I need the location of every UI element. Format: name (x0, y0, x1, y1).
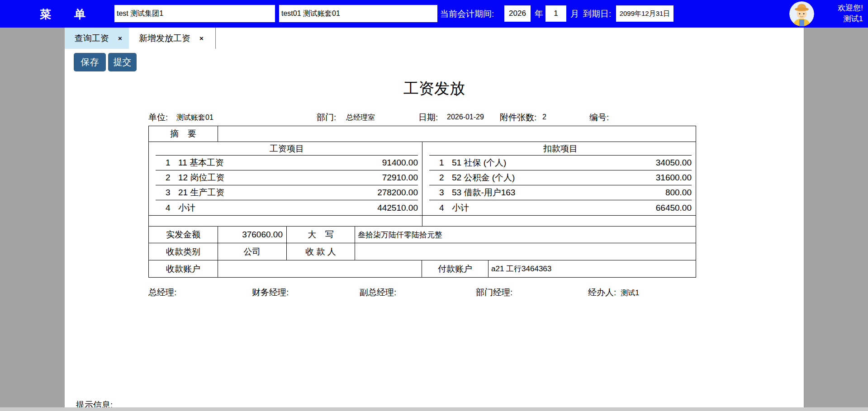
payee-account-value[interactable] (218, 260, 422, 277)
item-number: 4 (156, 203, 178, 213)
item-number: 1 (156, 158, 178, 168)
signature-label: 部门经理: (476, 287, 512, 298)
payroll-table: 摘 要 工资项目 扣款项目 1 11 基本工资 91400.00 2 12 岗位… (148, 126, 696, 278)
dept-label: 部门: (317, 112, 336, 123)
welcome-box: 欢迎您! 测试1 (820, 3, 863, 24)
amount-in-words-value: 叁拾柒万陆仟零陆拾元整 (355, 227, 696, 243)
username-text: 测试1 (820, 14, 863, 24)
payee-type-value[interactable]: 公司 (218, 243, 287, 260)
expiry-date-input[interactable] (616, 5, 674, 22)
item-name: 21 生产工资 (178, 187, 224, 198)
item-amount[interactable]: 800.00 (665, 188, 692, 198)
save-button[interactable]: 保存 (74, 53, 106, 71)
amount-in-words-label: 大 写 (287, 227, 355, 243)
attachment-count-value[interactable]: 2 (542, 113, 546, 121)
year-unit-label: 年 (535, 8, 543, 20)
horizontal-scrollbar[interactable] (0, 407, 868, 411)
spacer-cell (422, 216, 696, 226)
farmer-boy-avatar-icon (789, 1, 814, 26)
item-name: 52 公积金 (个人) (452, 172, 515, 184)
signature-slot: 部门经理: (476, 287, 588, 298)
summary-label-cell: 摘 要 (149, 126, 218, 142)
item-number: 3 (429, 188, 452, 198)
tab-new-salary-payment[interactable]: 新增发放工资 × (129, 28, 216, 49)
accounts-row: 收款账户 付款账户 a21 工行3464363 (149, 260, 696, 277)
item-amount[interactable]: 66450.00 (656, 203, 692, 213)
summary-row: 摘 要 (149, 126, 696, 142)
item-number: 1 (429, 158, 452, 168)
table-item-row[interactable]: 4 小计 442510.00 (156, 200, 418, 215)
salary-items: 1 11 基本工资 91400.00 2 12 岗位工资 72910.00 3 … (149, 156, 422, 215)
signature-slot: 财务经理: (252, 287, 360, 298)
item-name: 11 基本工资 (178, 157, 224, 169)
date-value[interactable]: 2026-01-29 (447, 113, 484, 121)
item-amount[interactable]: 31600.00 (656, 173, 692, 183)
net-amount-label: 实发金额 (149, 227, 218, 243)
signature-slot: 副总经理: (360, 287, 476, 298)
welcome-text: 欢迎您! (820, 3, 863, 14)
submit-button[interactable]: 提交 (108, 53, 137, 71)
column-headers-row: 工资项目 扣款项目 (149, 142, 696, 156)
table-item-row[interactable]: 1 11 基本工资 91400.00 (156, 156, 418, 170)
signature-label: 财务经理: (252, 287, 289, 298)
item-name: 51 社保 (个人) (452, 157, 506, 169)
payee-label: 收 款 人 (287, 243, 355, 260)
salary-header-text: 工资项目 (156, 142, 418, 156)
group-input[interactable] (114, 5, 275, 22)
tab-query-salary[interactable]: 查询工资 × (65, 28, 129, 49)
deduction-header-cell: 扣款项目 (422, 142, 696, 156)
period-month-input[interactable] (545, 5, 566, 22)
period-year-input[interactable] (504, 5, 531, 22)
item-amount[interactable]: 91400.00 (382, 158, 418, 168)
table-item-row[interactable]: 2 52 公积金 (个人) 31600.00 (429, 170, 692, 185)
table-item-row[interactable]: 3 53 借款-用户163 800.00 (429, 185, 692, 200)
item-name: 12 岗位工资 (178, 172, 224, 184)
expiry-label: 到期日: (583, 8, 611, 20)
page-title: 工资发放 (65, 78, 804, 99)
item-amount[interactable]: 72910.00 (382, 173, 418, 183)
item-number: 4 (429, 203, 452, 213)
deduction-items: 1 51 社保 (个人) 34050.00 2 52 公积金 (个人) 3160… (422, 156, 696, 215)
signature-slot: 总经理: (148, 287, 252, 298)
signature-label: 总经理: (148, 287, 176, 298)
item-name: 小计 (178, 202, 195, 214)
table-item-row[interactable]: 3 21 生产工资 278200.00 (156, 185, 418, 200)
tab-label: 新增发放工资 (139, 33, 190, 44)
table-item-row[interactable]: 2 12 岗位工资 72910.00 (156, 170, 418, 185)
attachment-count-label: 附件张数: (500, 112, 536, 123)
dept-value[interactable]: 总经理室 (346, 113, 375, 123)
voucher-no-label: 编号: (589, 112, 609, 123)
user-avatar[interactable] (789, 1, 814, 26)
item-number: 3 (156, 188, 178, 198)
item-amount[interactable]: 442510.00 (377, 203, 418, 213)
item-amount[interactable]: 278200.00 (377, 188, 418, 198)
items-row: 1 11 基本工资 91400.00 2 12 岗位工资 72910.00 3 … (149, 156, 696, 215)
spacer-row (149, 215, 696, 226)
deduction-header-text: 扣款项目 (429, 142, 692, 156)
payee-type-label: 收款类别 (149, 243, 218, 260)
item-amount[interactable]: 34050.00 (656, 158, 692, 168)
voucher-info-row: 单位: 测试账套01 部门: 总经理室 日期: 2026-01-29 附件张数:… (65, 112, 804, 123)
table-item-row[interactable]: 4 小计 66450.00 (429, 200, 692, 215)
table-item-row[interactable]: 1 51 社保 (个人) 34050.00 (429, 156, 692, 170)
summary-value-cell[interactable] (218, 126, 696, 142)
payee-account-label: 收款账户 (149, 260, 218, 277)
item-number: 2 (429, 173, 452, 183)
payee-type-row: 收款类别 公司 收 款 人 (149, 243, 696, 260)
close-icon[interactable]: × (199, 34, 204, 42)
item-name: 53 借款-用户163 (452, 187, 515, 198)
payer-account-label: 付款账户 (422, 260, 489, 277)
close-icon[interactable]: × (118, 34, 122, 42)
month-unit-label: 月 (570, 8, 579, 20)
menu-button[interactable]: 菜 单 (40, 7, 95, 22)
account-book-input[interactable] (279, 5, 437, 22)
net-amount-row: 实发金额 376060.00 大 写 叁拾柒万陆仟零陆拾元整 (149, 226, 696, 243)
payer-account-value[interactable]: a21 工行3464363 (489, 260, 696, 277)
spacer-cell (149, 216, 422, 226)
net-amount-value: 376060.00 (218, 227, 287, 243)
payee-value[interactable] (355, 243, 696, 260)
unit-label: 单位: (148, 112, 168, 123)
salary-header-cell: 工资项目 (149, 142, 422, 156)
tab-label: 查询工资 (75, 33, 109, 44)
signature-row: 总经理: 财务经理: 副总经理: 部门经理: 经办人: 测试1 (148, 287, 696, 298)
